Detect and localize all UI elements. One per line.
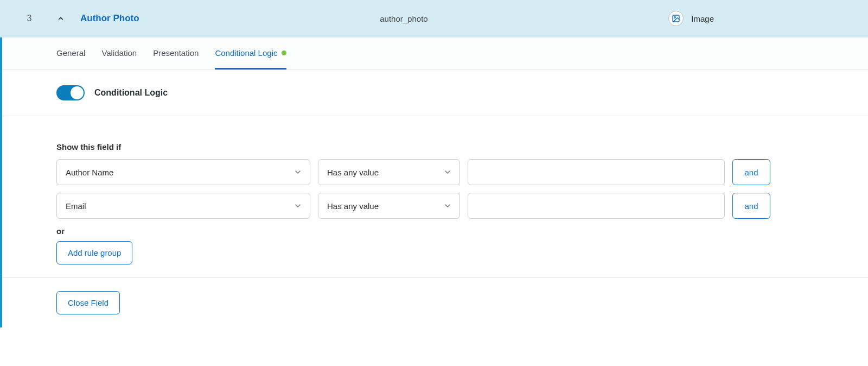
- and-button[interactable]: and: [732, 193, 770, 219]
- tab-label: General: [56, 48, 85, 58]
- rule-row: Author Name Has any value and: [56, 159, 770, 185]
- rule-operator-select[interactable]: Has any value: [318, 193, 460, 219]
- rule-operator-select[interactable]: Has any value: [318, 159, 460, 185]
- tab-presentation[interactable]: Presentation: [153, 37, 199, 70]
- field-body: General Validation Presentation Conditio…: [0, 37, 868, 327]
- field-editor: 3 Author Photo author_photo Image Genera…: [0, 0, 868, 327]
- toggle-knob: [71, 86, 84, 99]
- rule-field-select[interactable]: Author Name: [56, 159, 310, 185]
- rule-field-value: Email: [66, 201, 86, 211]
- tabs: General Validation Presentation Conditio…: [2, 37, 868, 70]
- field-header: 3 Author Photo author_photo Image: [0, 0, 868, 37]
- field-type: Image: [668, 11, 714, 26]
- chevron-down-icon: [293, 201, 302, 210]
- tab-validation[interactable]: Validation: [101, 37, 137, 70]
- rule-operator-value: Has any value: [327, 168, 379, 177]
- active-indicator-dot-icon: [282, 51, 286, 55]
- conditional-logic-toggle-label: Conditional Logic: [94, 88, 168, 98]
- rules-heading: Show this field if: [56, 142, 770, 152]
- chevron-down-icon: [443, 201, 452, 210]
- rule-operator-value: Has any value: [327, 201, 379, 211]
- or-label: or: [56, 226, 770, 236]
- chevron-down-icon: [443, 168, 452, 176]
- svg-point-1: [674, 17, 676, 18]
- tab-conditional-logic[interactable]: Conditional Logic: [215, 37, 286, 70]
- tab-label: Presentation: [153, 48, 199, 58]
- conditional-logic-toggle[interactable]: [56, 85, 85, 100]
- collapse-chevron-icon[interactable]: [56, 14, 65, 23]
- rule-row: Email Has any value and: [56, 193, 770, 219]
- and-button[interactable]: and: [732, 159, 770, 185]
- tab-general[interactable]: General: [56, 37, 85, 70]
- conditional-toggle-row: Conditional Logic: [2, 70, 868, 116]
- rule-field-value: Author Name: [66, 168, 113, 177]
- field-title[interactable]: Author Photo: [80, 13, 139, 24]
- close-field-button[interactable]: Close Field: [56, 291, 120, 314]
- field-slug: author_photo: [380, 14, 427, 23]
- rule-field-select[interactable]: Email: [56, 193, 310, 219]
- rules-area: Show this field if Author Name Has any v…: [2, 116, 868, 277]
- add-rule-group-button[interactable]: Add rule group: [56, 241, 132, 264]
- rule-value-input[interactable]: [468, 193, 725, 219]
- rule-value-input[interactable]: [468, 159, 725, 185]
- image-icon: [668, 11, 684, 26]
- field-type-label: Image: [691, 14, 714, 23]
- footer-row: Close Field: [2, 277, 868, 327]
- field-order-number: 3: [24, 14, 35, 23]
- tab-label: Conditional Logic: [215, 48, 277, 58]
- tab-label: Validation: [101, 48, 137, 58]
- chevron-down-icon: [293, 168, 302, 176]
